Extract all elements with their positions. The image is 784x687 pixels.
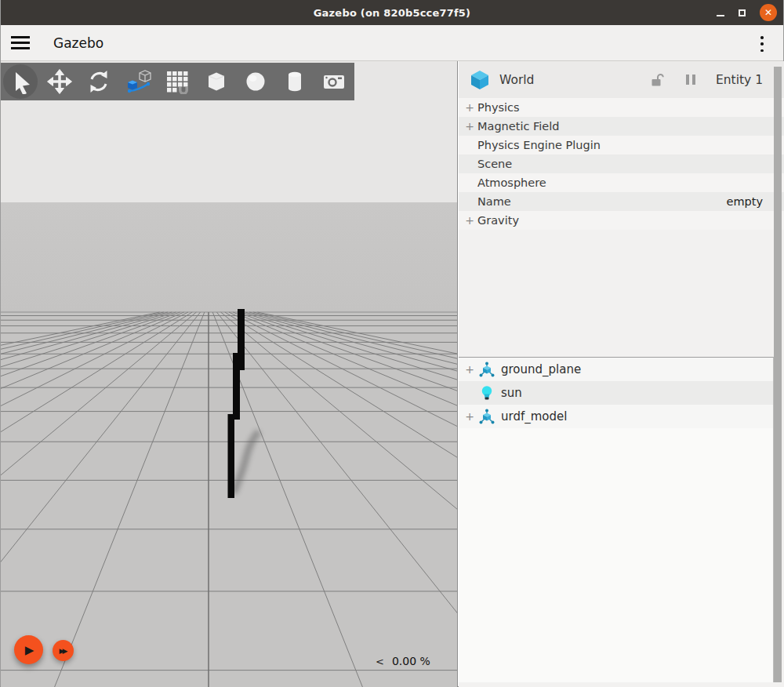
kebab-menu-icon[interactable] [757,36,768,52]
step-icon: ▶▶ [60,647,66,655]
main-area: ▶ ▶▶ < 0.00 % World [1,61,783,687]
tree-item-gravity[interactable]: + Gravity [459,211,784,230]
entity-item-sun[interactable]: sun [459,381,773,405]
expand-plus-icon[interactable]: + [463,120,476,133]
toolbar [1,63,354,100]
entity-item-urdf-model[interactable]: + urdf_ [459,405,773,428]
world-panel-header: World Entity 1 [459,61,784,98]
snap-grid-icon[interactable] [158,63,197,100]
model-icon [477,360,496,379]
urdf-model-render[interactable] [228,309,260,498]
tree-item-atmosphere[interactable]: Atmosphere [459,173,784,192]
play-button[interactable]: ▶ [14,635,43,664]
expand-plus-icon[interactable]: + [463,101,476,114]
expand-plus-icon[interactable]: + [463,214,476,227]
align-icon[interactable] [118,63,158,100]
model-icon [477,407,496,426]
titlebar: Gazebo (on 820b5cce77f5) ✕ [1,0,783,25]
panel-scrollbar[interactable] [774,67,782,682]
rotate-icon[interactable] [79,63,118,100]
world-panel: World Entity 1 + Physics + Magnetic Fiel… [459,61,784,687]
entity-count-label: Entity 1 [716,73,763,87]
collapse-chevron-icon[interactable]: < [376,656,384,667]
pause-icon[interactable] [686,75,695,85]
menubar: Gazebo [1,25,783,61]
hamburger-menu-icon[interactable] [11,36,30,49]
expand-plus-icon[interactable]: + [463,363,476,376]
minimize-button[interactable] [717,15,724,16]
app-title: Gazebo [53,35,103,51]
close-button[interactable]: ✕ [760,4,777,21]
model-shadow [234,431,259,493]
rtf-value: 0.00 % [392,655,430,667]
select-arrow-icon[interactable] [1,63,40,100]
play-icon: ▶ [25,643,34,657]
gazebo-window: Gazebo (on 820b5cce77f5) ✕ Gazebo [0,0,784,687]
maximize-button[interactable] [739,9,746,16]
grid-lines [1,312,458,687]
name-value: empty [726,195,763,208]
light-icon [477,383,496,402]
translate-icon[interactable] [40,63,79,100]
tree-item-physics-engine-plugin[interactable]: Physics Engine Plugin [459,136,784,154]
panel-empty-space [459,230,784,357]
rtf-display: < 0.00 % [376,655,430,667]
tree-item-name[interactable]: Name empty [459,192,784,211]
tree-item-scene[interactable]: Scene [459,154,784,173]
tree-item-magnetic-field[interactable]: + Magnetic Field [459,117,784,136]
expand-plus-icon[interactable]: + [463,410,476,423]
add-sphere-icon[interactable] [236,63,275,100]
world-title: World [499,73,534,87]
world-cube-icon [470,70,490,90]
entity-tree: + groun [459,357,774,682]
window-title: Gazebo (on 820b5cce77f5) [314,7,471,19]
scene-viewport[interactable]: ▶ ▶▶ < 0.00 % [1,61,458,687]
tree-item-physics[interactable]: + Physics [459,98,784,117]
step-button[interactable]: ▶▶ [53,640,74,661]
add-box-icon[interactable] [197,63,236,100]
entity-item-ground-plane[interactable]: + groun [459,358,773,381]
screenshot-icon[interactable] [314,63,354,100]
add-cylinder-icon[interactable] [275,63,314,100]
window-controls: ✕ [717,0,777,25]
unlock-icon[interactable] [650,72,666,88]
scene-render [1,61,458,687]
